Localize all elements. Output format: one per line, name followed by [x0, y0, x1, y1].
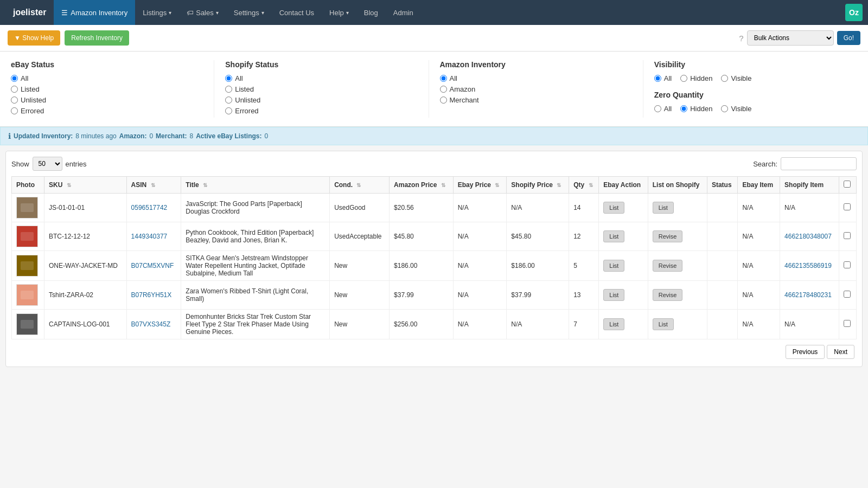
condition-cell: UsedGood	[330, 194, 390, 222]
visibility-hidden-label: Hidden	[690, 74, 712, 82]
select-all-checkbox[interactable]	[844, 181, 851, 188]
list-shopify-cell: List	[648, 310, 707, 339]
bulk-actions-select[interactable]: Bulk Actions List on eBay List on Shopif…	[747, 30, 834, 46]
col-status: Status	[707, 177, 738, 194]
row-select-checkbox[interactable]	[844, 320, 851, 327]
table-header-row: Photo SKU ⇅ ASIN ⇅ Title ⇅ Cond. ⇅ Amazo…	[12, 177, 857, 194]
visibility-hidden-radio[interactable]	[680, 75, 687, 82]
ebay-list-button[interactable]: List	[603, 289, 624, 301]
shopify-action-button[interactable]: List	[653, 318, 674, 330]
amazon-amazon-radio-row: Amazon	[440, 85, 632, 93]
col-title[interactable]: Title ⇅	[181, 177, 330, 194]
row-select-checkbox[interactable]	[844, 203, 851, 210]
zero-quantity-radio-group: All Hidden Visible	[654, 105, 846, 115]
shopify-all-radio[interactable]	[225, 75, 232, 82]
nav-sales[interactable]: 🏷 Sales ▾	[179, 0, 226, 25]
toolbar-right: ? Bulk Actions List on eBay List on Shop…	[739, 30, 860, 46]
shopify-price-cell: N/A	[507, 194, 569, 222]
shopify-errored-radio[interactable]	[225, 107, 232, 114]
ebay-errored-radio[interactable]	[11, 107, 18, 114]
nav-help[interactable]: Help ▾	[322, 0, 356, 25]
zq-visible-radio-row: Visible	[721, 105, 751, 113]
col-asin[interactable]: ASIN ⇅	[126, 177, 181, 194]
ebay-listed-radio[interactable]	[11, 86, 18, 93]
tag-icon: 🏷	[187, 9, 194, 17]
col-sku[interactable]: SKU ⇅	[44, 177, 127, 194]
info-bar: ℹ Updated Inventory: 8 minutes ago Amazo…	[0, 127, 868, 145]
shopify-action-button[interactable]: Revise	[653, 260, 683, 272]
amazon-merchant-radio[interactable]	[440, 97, 447, 104]
ebay-list-button[interactable]: List	[603, 318, 624, 330]
row-select-checkbox[interactable]	[844, 232, 851, 239]
photo-cell	[12, 194, 44, 222]
col-shopify-price[interactable]: Shopify Price ⇅	[507, 177, 569, 194]
row-select-checkbox[interactable]	[844, 291, 851, 298]
amazon-all-radio[interactable]	[440, 75, 447, 82]
help-circle-icon[interactable]: ?	[739, 34, 743, 43]
asin-link[interactable]: 1449340377	[131, 233, 168, 240]
zq-all-radio-row: All	[654, 105, 672, 113]
shopify-action-button[interactable]: Revise	[653, 289, 683, 301]
shopify-price-cell: $186.00	[507, 251, 569, 281]
zq-all-radio[interactable]	[654, 105, 661, 112]
col-ebay-price[interactable]: Ebay Price ⇅	[453, 177, 507, 194]
table-controls: Show 10 25 50 100 entries Search:	[11, 157, 857, 171]
sku-cell: ONE-WAY-JACKET-MD	[44, 251, 127, 281]
ebay-action-cell: List	[599, 310, 648, 339]
asin-link[interactable]: B07R6YH51X	[131, 291, 172, 299]
nav-admin[interactable]: Admin	[386, 0, 421, 25]
ebay-unlisted-radio[interactable]	[11, 97, 18, 104]
visibility-all-radio[interactable]	[654, 75, 661, 82]
asin-link[interactable]: B07CM5XVNF	[131, 262, 174, 269]
shopify-action-button[interactable]: Revise	[653, 230, 683, 242]
sku-sort-icon: ⇅	[67, 182, 71, 188]
go-button[interactable]: Go!	[837, 31, 860, 45]
col-amazon-price[interactable]: Amazon Price ⇅	[390, 177, 454, 194]
time-ago: 8 minutes ago	[75, 132, 116, 140]
ebay-all-radio[interactable]	[11, 75, 18, 82]
qty-cell: 14	[569, 194, 599, 222]
show-help-button[interactable]: ▼ Show Help	[8, 30, 60, 46]
asin-link[interactable]: 0596517742	[131, 204, 168, 211]
previous-button[interactable]: Previous	[786, 345, 825, 359]
ebay-action-cell: List	[599, 281, 648, 310]
ebay-unlisted-radio-row: Unlisted	[11, 96, 203, 104]
amazon-amazon-radio[interactable]	[440, 86, 447, 93]
shopify-action-button[interactable]: List	[653, 202, 674, 214]
zq-hidden-radio[interactable]	[680, 105, 687, 112]
data-table: Photo SKU ⇅ ASIN ⇅ Title ⇅ Cond. ⇅ Amazo…	[11, 176, 857, 339]
asin-link[interactable]: B07VXS345Z	[131, 320, 171, 328]
ebay-errored-radio-row: Errored	[11, 107, 203, 115]
col-cond[interactable]: Cond. ⇅	[330, 177, 390, 194]
title-cell: JavaScript: The Good Parts [Paperback] D…	[181, 194, 330, 222]
user-avatar[interactable]: Oz	[845, 4, 863, 21]
nav-blog[interactable]: Blog	[356, 0, 386, 25]
ebay-list-button[interactable]: List	[603, 230, 624, 242]
shopify-errored-label: Errored	[235, 107, 258, 115]
ebay-list-button[interactable]: List	[603, 202, 624, 214]
shopify-unlisted-radio[interactable]	[225, 97, 232, 104]
ebay-list-button[interactable]: List	[603, 260, 624, 272]
nav-amazon-inventory[interactable]: ☰ Amazon Inventory	[54, 0, 135, 25]
col-qty[interactable]: Qty ⇅	[569, 177, 599, 194]
brand-logo[interactable]: joelister	[5, 0, 54, 25]
shopify-item-link[interactable]: 4662135586919	[784, 262, 832, 269]
visibility-visible-radio[interactable]	[721, 75, 728, 82]
shopify-item-link[interactable]: 4662178480231	[784, 291, 832, 299]
nav-contact[interactable]: Contact Us	[272, 0, 322, 25]
nav-listings[interactable]: Listings ▾	[135, 0, 179, 25]
amazon-price-cell: $45.80	[390, 222, 454, 251]
merchant-count-label: Merchant:	[156, 132, 187, 140]
amazon-price-sort-icon: ⇅	[441, 182, 445, 188]
search-input[interactable]	[781, 157, 857, 170]
row-select-checkbox[interactable]	[844, 261, 851, 268]
next-button[interactable]: Next	[827, 345, 854, 359]
zq-visible-radio[interactable]	[721, 105, 728, 112]
title-cell: SITKA Gear Men's Jetstream Windstopper W…	[181, 251, 330, 281]
entries-select[interactable]: 10 25 50 100	[33, 157, 62, 171]
shopify-item-link[interactable]: 4662180348007	[784, 233, 832, 240]
nav-settings[interactable]: Settings ▾	[226, 0, 272, 25]
zq-visible-label: Visible	[731, 105, 751, 113]
refresh-inventory-button[interactable]: Refresh Inventory	[65, 30, 129, 46]
shopify-listed-radio[interactable]	[225, 86, 232, 93]
